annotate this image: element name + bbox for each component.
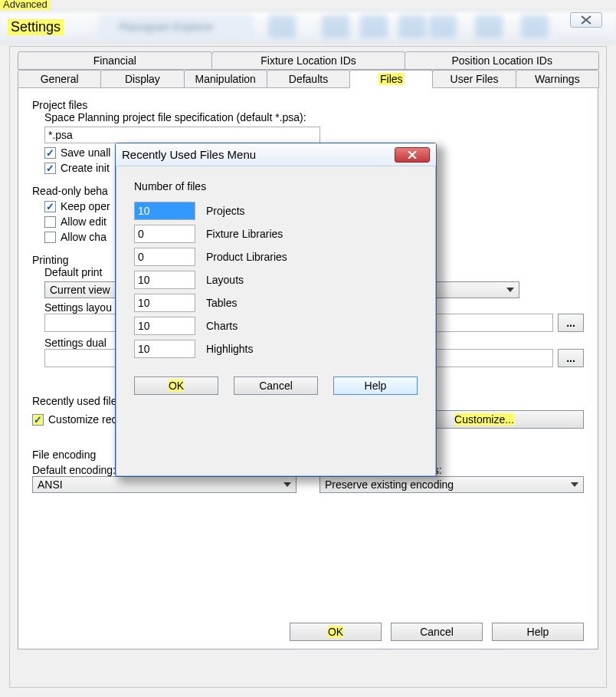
dialog-button-row: OK Cancel Help [134, 376, 418, 395]
dialog-row-product-libraries: Product Libraries [134, 248, 418, 266]
tab-row-lower: General Display Manipulation Defaults Fi… [18, 70, 598, 88]
allow-change-label: Allow cha [61, 231, 106, 243]
highlights-count-input[interactable] [134, 340, 195, 358]
tables-label: Tables [206, 297, 237, 309]
tab-row-upper: Financial Fixture Location IDs Position … [18, 51, 598, 70]
save-unallocated-checkbox[interactable] [44, 147, 56, 159]
cancel-button[interactable]: Cancel [391, 623, 483, 641]
create-initial-checkbox[interactable] [44, 163, 56, 174]
dialog-group-label: Number of files [134, 180, 206, 192]
ok-button[interactable]: OK [290, 623, 382, 641]
tab-files[interactable]: Files [349, 70, 433, 88]
layouts-count-input[interactable] [134, 271, 195, 289]
keep-open-checkbox[interactable] [44, 201, 56, 212]
tab-defaults[interactable]: Defaults [267, 70, 350, 88]
dialog-row-highlights: Highlights [134, 340, 418, 358]
settings-dual-browse-button[interactable]: ... [558, 349, 584, 367]
tab-warnings[interactable]: Warnings [516, 70, 599, 88]
recently-used-files-dialog: Recently Used Files Menu Number of files… [115, 143, 437, 477]
default-encoding-label: Default encoding: [32, 464, 116, 476]
tab-strip: Financial Fixture Location IDs Position … [18, 51, 598, 88]
tab-display[interactable]: Display [100, 70, 184, 88]
customize-recent-checkbox[interactable] [32, 414, 44, 426]
project-spec-label: Space Planning project file specificatio… [44, 111, 306, 123]
save-unallocated-label: Save unall [61, 146, 110, 159]
project-spec-input[interactable] [44, 127, 320, 143]
product-libraries-count-input[interactable] [134, 248, 195, 266]
allow-edit-label: Allow edit [61, 215, 106, 228]
default-print-label: Default print [44, 266, 102, 278]
projects-count-input[interactable] [134, 202, 195, 220]
product-libraries-label: Product Libraries [206, 251, 287, 263]
dialog-row-tables: Tables [134, 294, 418, 312]
dialog-row-layouts: Layouts [134, 271, 418, 289]
dialog-body: Number of files Projects Fixture Librari… [116, 166, 436, 404]
dialog-close-button[interactable] [395, 147, 430, 163]
allow-change-checkbox[interactable] [44, 232, 56, 243]
dialog-titlebar[interactable]: Recently Used Files Menu [116, 143, 436, 166]
tab-manipulation[interactable]: Manipulation [184, 70, 267, 88]
dialog-row-fixture-libraries: Fixture Libraries [134, 225, 418, 243]
dialog-title: Recently Used Files Menu [122, 148, 256, 161]
dialog-cancel-button[interactable]: Cancel [234, 376, 318, 395]
close-icon [406, 151, 418, 159]
charts-count-input[interactable] [134, 317, 195, 335]
help-button[interactable]: Help [492, 623, 584, 641]
settings-layout-browse-button[interactable]: ... [558, 314, 584, 332]
tab-financial[interactable]: Financial [18, 51, 212, 70]
fixture-libraries-count-input[interactable] [134, 225, 195, 243]
close-button[interactable] [570, 12, 602, 28]
tab-fixture-location-ids[interactable]: Fixture Location IDs [211, 51, 406, 70]
close-icon [580, 15, 592, 25]
group-title: Project files [32, 99, 584, 111]
tab-general[interactable]: General [18, 70, 101, 88]
dialog-help-button[interactable]: Help [333, 376, 418, 395]
layouts-label: Layouts [206, 274, 244, 286]
tables-count-input[interactable] [134, 294, 195, 312]
allow-edit-checkbox[interactable] [44, 216, 56, 228]
dialog-row-charts: Charts [134, 317, 418, 335]
window-title: Settings [8, 19, 64, 35]
advanced-label: Advanced [0, 0, 51, 10]
dialog-row-projects: Projects [134, 202, 418, 220]
settings-layout-label: Settings layou [44, 301, 112, 314]
title-bar: Settings [0, 11, 616, 43]
settings-dual-label: Settings dual [44, 337, 106, 349]
keep-open-label: Keep oper [61, 200, 110, 212]
fixture-libraries-label: Fixture Libraries [206, 228, 283, 240]
dialog-ok-button[interactable]: OK [134, 376, 218, 395]
tab-position-location-ids[interactable]: Position Location IDs [405, 51, 599, 70]
projects-label: Projects [206, 205, 245, 217]
create-initial-label: Create init [61, 162, 110, 174]
settings-dialog-buttons: OK Cancel Help [290, 623, 584, 641]
highlights-label: Highlights [206, 343, 253, 355]
tab-user-files[interactable]: User Files [432, 70, 516, 88]
charts-label: Charts [206, 320, 238, 332]
